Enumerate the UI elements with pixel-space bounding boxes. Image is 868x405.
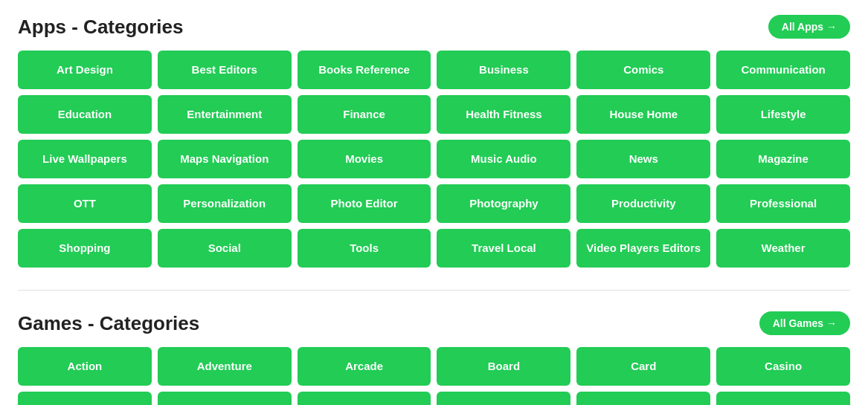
apps-category-button[interactable]: Video Players Editors [576,229,710,268]
apps-section: Apps - Categories All Apps → Art DesignB… [18,15,850,268]
apps-category-button[interactable]: Education [18,95,152,134]
apps-category-button[interactable]: OTT [18,184,152,223]
games-category-button[interactable]: Code [158,392,292,405]
apps-category-button[interactable]: House Home [576,95,710,134]
games-section-title: Games - Categories [18,312,199,335]
games-category-button[interactable]: Casual [18,392,152,405]
apps-category-button[interactable]: Photo Editor [298,184,431,223]
apps-category-button[interactable]: Business [437,51,570,89]
games-category-button[interactable]: Action [18,347,152,386]
apps-section-title: Apps - Categories [18,16,184,39]
all-apps-button[interactable]: All Apps → [768,15,850,39]
games-category-button[interactable]: Card [576,347,710,386]
apps-category-button[interactable]: Maps Navigation [158,140,292,178]
apps-category-button[interactable]: Best Editors [158,51,292,89]
apps-category-button[interactable]: Comics [576,51,710,89]
apps-category-button[interactable]: Health Fitness [437,95,570,134]
games-category-button[interactable]: Racing [716,392,850,405]
games-category-button[interactable]: Puzzle [576,392,710,405]
apps-category-button[interactable]: Productivity [576,184,710,223]
apps-category-button[interactable]: Entertainment [158,95,292,134]
apps-category-button[interactable]: Communication [716,51,850,89]
apps-category-button[interactable]: Finance [298,95,431,134]
games-section: Games - Categories All Games → ActionAdv… [18,311,850,405]
apps-category-button[interactable]: Music Audio [437,140,570,178]
apps-category-button[interactable]: Magazine [716,140,850,178]
all-games-button[interactable]: All Games → [759,311,850,335]
apps-category-button[interactable]: Photography [437,184,570,223]
apps-category-button[interactable]: Art Design [18,51,152,89]
apps-category-button[interactable]: Professional [716,184,850,223]
apps-category-button[interactable]: News [576,140,710,178]
games-category-button[interactable]: Name [437,392,570,405]
games-section-header: Games - Categories All Games → [18,311,850,335]
apps-category-button[interactable]: Tools [298,229,431,268]
apps-section-header: Apps - Categories All Apps → [18,15,850,39]
apps-category-button[interactable]: Books Reference [298,51,431,89]
apps-category-button[interactable]: Shopping [18,229,152,268]
apps-category-button[interactable]: Social [158,229,292,268]
games-category-button[interactable]: Casino [716,347,850,386]
games-category-button[interactable]: Board [437,347,570,386]
apps-category-button[interactable]: Weather [716,229,850,268]
apps-grid: Art DesignBest EditorsBooks ReferenceBus… [18,51,850,268]
section-divider [18,290,850,291]
games-category-button[interactable]: Adventure [158,347,292,386]
games-grid: ActionAdventureArcadeBoardCardCasinoCasu… [18,347,850,405]
games-category-button[interactable]: Arcade [298,347,431,386]
apps-category-button[interactable]: Live Wallpapers [18,140,152,178]
apps-category-button[interactable]: Personalization [158,184,292,223]
apps-category-button[interactable]: Movies [298,140,431,178]
apps-category-button[interactable]: Travel Local [437,229,570,268]
games-category-button[interactable]: Medical [298,392,431,405]
apps-category-button[interactable]: Lifestyle [716,95,850,134]
